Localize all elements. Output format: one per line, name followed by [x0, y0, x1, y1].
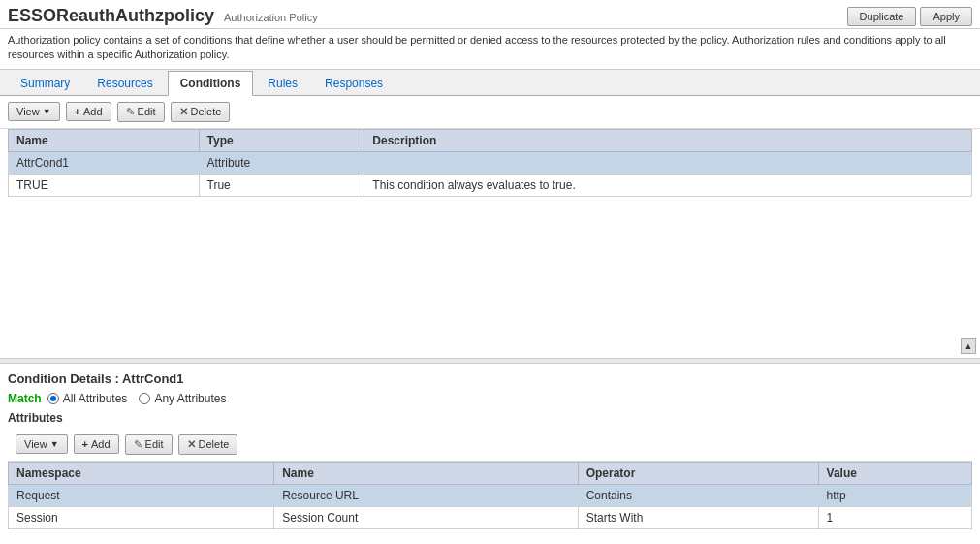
tab-summary[interactable]: Summary — [8, 71, 82, 96]
plus-icon: + — [75, 106, 80, 117]
top-section: View ▼ + Add ✎ Edit ✕ Delete Name Type D… — [0, 96, 980, 358]
add-button[interactable]: + Add — [66, 102, 111, 121]
tab-responses[interactable]: Responses — [312, 71, 395, 96]
scroll-up-button[interactable]: ▲ — [961, 338, 976, 354]
attr-x-icon: ✕ — [187, 438, 196, 451]
header-left: ESSOReauthAuthzpolicy Authorization Poli… — [8, 6, 318, 26]
attr-edit-button[interactable]: ✎ Edit — [125, 434, 173, 455]
radio-any-attributes[interactable]: Any Attributes — [139, 392, 226, 405]
attr-add-label: Add — [91, 438, 111, 450]
duplicate-button[interactable]: Duplicate — [847, 7, 917, 26]
attr-delete-button[interactable]: ✕ Delete — [178, 434, 238, 455]
col-namespace: Namespace — [9, 462, 274, 484]
tabs-bar: Summary Resources Conditions Rules Respo… — [0, 70, 980, 96]
tab-resources[interactable]: Resources — [84, 71, 165, 96]
add-label: Add — [83, 106, 103, 117]
conditions-table: Name Type Description AttrCond1 Attribut… — [8, 129, 972, 197]
radio-group: All Attributes Any Attributes — [47, 392, 227, 405]
radio-any-label: Any Attributes — [154, 392, 226, 405]
col-name: Name — [9, 129, 200, 151]
pencil-icon: ✎ — [126, 106, 135, 118]
attributes-toolbar: View ▼ + Add ✎ Edit ✕ Delete — [8, 429, 972, 462]
cell-type: True — [199, 174, 364, 196]
conditions-table-header: Name Type Description — [9, 129, 972, 151]
conditions-table-container: Name Type Description AttrCond1 Attribut… — [0, 129, 980, 205]
col-attr-name: Name — [274, 462, 578, 484]
chevron-down-icon: ▼ — [43, 107, 51, 116]
attr-plus-icon: + — [82, 438, 88, 450]
attr-edit-label: Edit — [145, 438, 164, 450]
condition-details-title: Condition Details : AttrCond1 — [8, 371, 972, 386]
cell-attr-name: Session Count — [274, 506, 578, 528]
match-label: Match — [8, 392, 42, 405]
col-type: Type — [199, 129, 364, 151]
cell-attr-name: Resource URL — [274, 484, 578, 506]
radio-circle-any — [139, 393, 150, 404]
cell-value: 1 — [818, 506, 971, 528]
policy-subtitle: Authorization Policy — [224, 12, 318, 23]
policy-description: Authorization policy contains a set of c… — [0, 29, 980, 70]
cell-description — [364, 151, 972, 174]
cell-namespace: Session — [9, 506, 274, 528]
x-icon: ✕ — [179, 106, 188, 118]
conditions-toolbar: View ▼ + Add ✎ Edit ✕ Delete — [0, 96, 980, 129]
table-row[interactable]: AttrCond1 Attribute — [9, 151, 972, 174]
view-label: View — [16, 106, 40, 117]
attributes-label: Attributes — [8, 411, 972, 425]
cell-type: Attribute — [199, 151, 364, 174]
attr-delete-label: Delete — [199, 438, 230, 450]
cell-name: TRUE — [9, 174, 200, 196]
header-buttons: Duplicate Apply — [847, 7, 972, 26]
attr-chevron-icon: ▼ — [50, 439, 59, 449]
col-operator: Operator — [578, 462, 818, 484]
edit-label: Edit — [138, 106, 156, 117]
cell-description: This condition always evaluates to true. — [364, 174, 972, 196]
table-row[interactable]: TRUE True This condition always evaluate… — [9, 174, 972, 196]
radio-circle-all — [47, 393, 59, 404]
apply-button[interactable]: Apply — [920, 7, 972, 26]
view-button[interactable]: View ▼ — [8, 102, 60, 121]
tab-rules[interactable]: Rules — [255, 71, 310, 96]
attr-add-button[interactable]: + Add — [74, 434, 119, 454]
radio-all-label: All Attributes — [63, 392, 128, 405]
delete-button[interactable]: ✕ Delete — [171, 102, 231, 122]
delete-label: Delete — [191, 106, 222, 117]
attributes-table: Namespace Name Operator Value Request Re… — [8, 462, 972, 529]
attributes-table-header: Namespace Name Operator Value — [9, 462, 972, 484]
match-row: Match All Attributes Any Attributes — [8, 392, 972, 405]
bottom-section: Condition Details : AttrCond1 Match All … — [0, 364, 980, 537]
attr-view-label: View — [24, 438, 47, 450]
table-row[interactable]: Request Resource URL Contains http — [9, 484, 972, 506]
table-row[interactable]: Session Session Count Starts With 1 — [9, 506, 972, 528]
tab-conditions[interactable]: Conditions — [168, 71, 254, 96]
radio-all-attributes[interactable]: All Attributes — [47, 392, 128, 405]
cell-value: http — [818, 484, 971, 506]
cell-name: AttrCond1 — [9, 151, 200, 174]
attr-pencil-icon: ✎ — [134, 438, 142, 451]
edit-button[interactable]: ✎ Edit — [117, 102, 165, 122]
col-value: Value — [818, 462, 971, 484]
cell-namespace: Request — [9, 484, 274, 506]
attr-view-button[interactable]: View ▼ — [16, 434, 68, 454]
cell-operator: Contains — [578, 484, 818, 506]
cell-operator: Starts With — [578, 506, 818, 528]
col-description: Description — [364, 129, 972, 151]
header-bar: ESSOReauthAuthzpolicy Authorization Poli… — [0, 0, 980, 29]
policy-name: ESSOReauthAuthzpolicy — [8, 6, 214, 26]
